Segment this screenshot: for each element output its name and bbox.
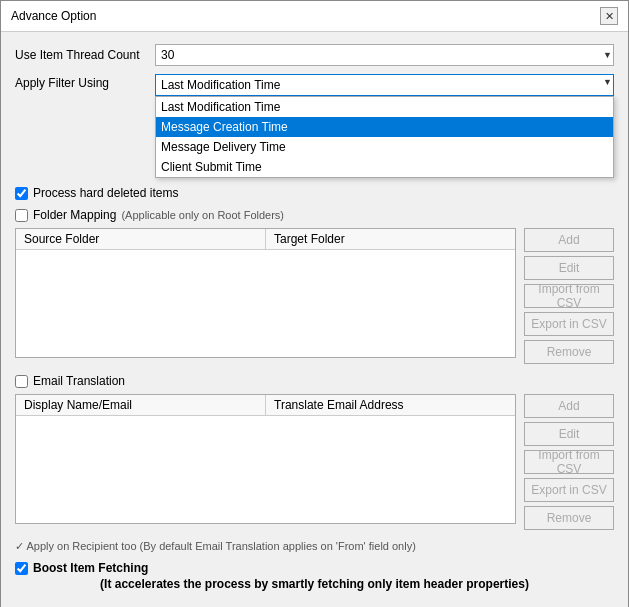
filter-option-msg-creation[interactable]: Message Creation Time — [156, 117, 613, 137]
advance-option-dialog: Advance Option ✕ Use Item Thread Count ▼… — [0, 0, 629, 607]
filter-label: Apply Filter Using — [15, 74, 155, 90]
folder-mapping-table-header: Source Folder Target Folder — [16, 229, 515, 250]
folder-mapping-buttons: Add Edit Import from CSV Export in CSV R… — [524, 228, 614, 364]
email-translation-remove-button[interactable]: Remove — [524, 506, 614, 530]
boost-label-row: Boost Item Fetching — [15, 561, 614, 575]
email-translation-table-header: Display Name/Email Translate Email Addre… — [16, 395, 515, 416]
folder-mapping-import-button[interactable]: Import from CSV — [524, 284, 614, 308]
email-translation-table-row: Display Name/Email Translate Email Addre… — [15, 394, 614, 530]
email-translation-note-row: ✓ Apply on Recipient too (By default Ema… — [15, 540, 614, 553]
email-translation-label: Email Translation — [33, 374, 125, 388]
folder-mapping-col1: Source Folder — [16, 229, 266, 249]
filter-selected-value: Last Modification Time — [161, 78, 280, 92]
email-translation-label-row: Email Translation — [15, 374, 614, 388]
email-translation-note: ✓ Apply on Recipient too (By default Ema… — [15, 540, 416, 553]
folder-mapping-section: Folder Mapping (Applicable only on Root … — [15, 208, 614, 364]
dialog-content: Use Item Thread Count ▼ Apply Filter Usi… — [1, 32, 628, 603]
boost-label: Boost Item Fetching — [33, 561, 148, 575]
folder-mapping-label: Folder Mapping — [33, 208, 116, 222]
email-translation-section: Email Translation Display Name/Email Tra… — [15, 374, 614, 553]
email-translation-col2: Translate Email Address — [266, 395, 515, 415]
thread-count-input[interactable] — [155, 44, 614, 66]
process-deleted-row: Process hard deleted items — [15, 186, 614, 200]
folder-mapping-remove-button[interactable]: Remove — [524, 340, 614, 364]
boost-checkbox[interactable] — [15, 562, 28, 575]
boost-section: Boost Item Fetching (It accelerates the … — [15, 561, 614, 591]
filter-dropdown-container: Last Modification Time ▼ Last Modificati… — [155, 74, 614, 96]
folder-mapping-table-row: Source Folder Target Folder Add Edit Imp… — [15, 228, 614, 364]
email-translation-edit-button[interactable]: Edit — [524, 422, 614, 446]
email-translation-import-button[interactable]: Import from CSV — [524, 450, 614, 474]
folder-mapping-edit-button[interactable]: Edit — [524, 256, 614, 280]
process-deleted-label: Process hard deleted items — [33, 186, 178, 200]
email-translation-add-button[interactable]: Add — [524, 394, 614, 418]
filter-dropdown-list: Last Modification Time Message Creation … — [155, 96, 614, 178]
email-translation-table: Display Name/Email Translate Email Addre… — [15, 394, 516, 524]
email-translation-col1: Display Name/Email — [16, 395, 266, 415]
filter-option-last-mod[interactable]: Last Modification Time — [156, 97, 613, 117]
filter-dropdown-header[interactable]: Last Modification Time ▼ — [155, 74, 614, 96]
folder-mapping-label-row: Folder Mapping (Applicable only on Root … — [15, 208, 614, 222]
dialog-title: Advance Option — [11, 9, 96, 23]
thread-count-row: Use Item Thread Count ▼ — [15, 44, 614, 66]
filter-dropdown-arrow-icon: ▼ — [603, 77, 612, 87]
folder-mapping-export-button[interactable]: Export in CSV — [524, 312, 614, 336]
filter-row: Apply Filter Using Last Modification Tim… — [15, 74, 614, 96]
title-bar: Advance Option ✕ — [1, 1, 628, 32]
folder-mapping-add-button[interactable]: Add — [524, 228, 614, 252]
email-translation-buttons: Add Edit Import from CSV Export in CSV R… — [524, 394, 614, 530]
email-translation-export-button[interactable]: Export in CSV — [524, 478, 614, 502]
folder-mapping-note: (Applicable only on Root Folders) — [121, 209, 284, 221]
process-deleted-checkbox[interactable] — [15, 187, 28, 200]
email-translation-checkbox[interactable] — [15, 375, 28, 388]
boost-description: (It accelerates the process by smartly f… — [15, 577, 614, 591]
folder-mapping-col2: Target Folder — [266, 229, 515, 249]
folder-mapping-checkbox[interactable] — [15, 209, 28, 222]
thread-count-label: Use Item Thread Count — [15, 48, 155, 62]
filter-option-msg-delivery[interactable]: Message Delivery Time — [156, 137, 613, 157]
close-button[interactable]: ✕ — [600, 7, 618, 25]
filter-option-client-submit[interactable]: Client Submit Time — [156, 157, 613, 177]
thread-count-combo-wrapper: ▼ — [155, 44, 614, 66]
folder-mapping-table: Source Folder Target Folder — [15, 228, 516, 358]
